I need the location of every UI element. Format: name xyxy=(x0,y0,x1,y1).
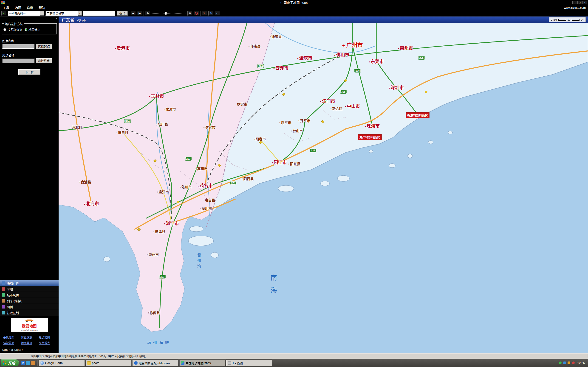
task-photo[interactable]: photo xyxy=(86,360,132,366)
sidebar-item-图例[interactable]: 图例 xyxy=(0,304,59,310)
find-button[interactable]: 查找 xyxy=(117,11,128,16)
ie-icon xyxy=(134,361,138,365)
link-手机地图[interactable]: 手机地图 xyxy=(3,335,20,339)
brand-url: www.51ditu.com xyxy=(21,329,38,332)
task-label: 电白同乡论坛 - Microso... xyxy=(139,361,172,365)
maximize-button[interactable]: □ xyxy=(578,1,582,4)
region-select[interactable]: 广东省 茂名市 xyxy=(45,11,82,16)
search-input[interactable] xyxy=(83,11,115,16)
end-name-input[interactable] xyxy=(2,58,35,63)
show-desktop-icon[interactable] xyxy=(26,361,30,365)
map-icon xyxy=(181,361,184,365)
radio-indicator xyxy=(3,28,6,31)
prev-view-button[interactable]: ◀ xyxy=(131,11,136,16)
menu-item-选项[interactable]: 选项 xyxy=(12,5,24,10)
route-icon xyxy=(2,282,5,285)
category-select[interactable]: ---所有类别--- xyxy=(8,11,44,16)
brand-logo[interactable]: 我要地图 www.51ditu.com xyxy=(11,318,48,332)
window-title: 中国电子地图 2005 xyxy=(0,0,588,5)
scale-tick xyxy=(572,19,579,21)
zoom-slider[interactable] xyxy=(152,11,186,16)
end-name-label: 终点名称： xyxy=(2,53,56,57)
status-bar: 本图中国国界线系按照中国地图出版社1989年出版的1：400万《中华人民共和国地… xyxy=(0,353,588,359)
media-player-icon[interactable] xyxy=(31,361,35,365)
map-area[interactable]: 广东省 茂名市 0 km 12 24 xyxy=(59,17,588,353)
zoom-slider-handle[interactable] xyxy=(165,12,167,15)
tray-icon-red[interactable] xyxy=(572,361,575,364)
start-name-label: 起点名称： xyxy=(2,39,56,43)
link-位置搜索[interactable]: 位置搜索 xyxy=(21,335,38,339)
site-url[interactable]: www.51ditu.com xyxy=(564,6,588,9)
sidebar-menu: 路线计算专题城市风情列车时刻表图例行政区划 xyxy=(0,280,59,316)
magnifier-button[interactable] xyxy=(194,11,199,16)
sidebar-item-label: 城市风情 xyxy=(7,293,19,297)
menu-bar: 工具选项输出帮助 www.51ditu.com xyxy=(0,5,588,10)
close-button[interactable]: × xyxy=(582,1,587,4)
category-select-value: ---所有类别--- xyxy=(8,11,40,16)
chevron-down-icon[interactable] xyxy=(40,11,44,16)
start-button[interactable]: 开始 xyxy=(1,359,19,366)
start-name-input[interactable] xyxy=(2,44,35,49)
folder-icon xyxy=(87,361,91,365)
admin-icon xyxy=(2,311,5,315)
sidebar-close-button[interactable]: × xyxy=(55,17,57,20)
title-bar: 中国电子地图 2005 – □ × xyxy=(0,0,588,5)
task-1 - 画图[interactable]: 1 - 画图 xyxy=(226,360,272,366)
flag-marker-button[interactable]: ⚑ xyxy=(208,11,213,16)
ie-icon[interactable]: e xyxy=(21,361,25,365)
menu-item-帮助[interactable]: 帮助 xyxy=(36,5,48,10)
toolbar-separator xyxy=(200,11,200,16)
sidebar-item-列车时刻表[interactable]: 列车时刻表 xyxy=(0,298,59,304)
radio-label: 按名称查询 xyxy=(7,27,22,32)
menu-item-工具[interactable]: 工具 xyxy=(0,5,12,10)
measure-pencil-button[interactable]: ✎ xyxy=(202,11,207,16)
radio-label: 地图选点 xyxy=(28,27,40,32)
sidebar-item-行政区划[interactable]: 行政区划 xyxy=(0,310,59,316)
start-label: 开始 xyxy=(8,360,15,366)
radio-按名称查询[interactable]: 按名称查询 xyxy=(3,27,22,32)
scale-bar: 0 km 12 24 xyxy=(549,17,586,22)
select-end-button[interactable]: 选择终点 xyxy=(36,58,52,63)
quick-launch: e xyxy=(20,361,36,365)
main-content: × 地名选择方法 按名称查询地图选点 起点名称： 选择起点 终点名称： 选择终点… xyxy=(0,17,588,353)
sidebar-item-专题[interactable]: 专题 xyxy=(0,286,59,292)
zoom-out-button[interactable]: ⊖ xyxy=(145,11,150,16)
taskbar-divider xyxy=(37,360,38,366)
taskbar-tasks: Google Earthphoto电白同乡论坛 - Microso...中国电子… xyxy=(39,360,554,366)
chevron-down-icon[interactable] xyxy=(78,11,82,16)
region-select-value: 广东省 茂名市 xyxy=(45,11,78,16)
windows-flag-icon xyxy=(3,361,6,365)
link-地图首页[interactable]: 地图首页 xyxy=(21,341,38,345)
menu-item-输出[interactable]: 输出 xyxy=(24,5,36,10)
signup-link[interactable]: 链接上网志愿点！ xyxy=(2,348,56,352)
task-电白同乡论坛 - Microso...[interactable]: 电白同乡论坛 - Microso... xyxy=(132,360,179,366)
desktop: 中国电子地图 2005 – □ × 工具选项输出帮助 www.51ditu.co… xyxy=(0,0,588,367)
minimize-button[interactable]: – xyxy=(572,1,577,4)
task-中国电子地图 2005[interactable]: 中国电子地图 2005 xyxy=(179,360,225,366)
collapse-sidebar-button[interactable]: « xyxy=(1,11,6,16)
task-Google Earth[interactable]: Google Earth xyxy=(39,360,85,366)
menubar-items: 工具选项输出帮助 xyxy=(0,5,48,10)
task-label: photo xyxy=(92,361,99,365)
scale-tick xyxy=(558,19,566,21)
scale-unit: km xyxy=(553,18,557,21)
tray-icon-green[interactable] xyxy=(559,361,562,364)
map-canvas[interactable] xyxy=(59,23,588,353)
select-start-button[interactable]: 选择起点 xyxy=(36,44,52,49)
polygon-tool-button[interactable]: ▱ xyxy=(215,11,220,16)
brand-name: 我要地图 xyxy=(22,323,36,328)
link-驾驶导航[interactable]: 驾驶导航 xyxy=(3,341,20,345)
tray-icon-blue[interactable] xyxy=(563,361,566,364)
zoom-in-button[interactable]: ⊕ xyxy=(187,11,192,16)
radio-地图选点[interactable]: 地图选点 xyxy=(25,27,40,32)
sidebar-item-路线计算[interactable]: 路线计算 xyxy=(0,280,59,286)
car-icon xyxy=(24,319,35,323)
link-免费报点[interactable]: 免费报点 xyxy=(39,341,55,345)
status-copyright: 本图中国国界线系按照中国地图出版社1989年出版的1：400万《中华人民共和国地… xyxy=(29,354,587,358)
tray-icon-orange[interactable] xyxy=(568,361,570,364)
next-step-button[interactable]: 下一步 xyxy=(18,69,40,75)
topic-icon xyxy=(2,287,5,291)
link-电子地图[interactable]: 电子地图 xyxy=(39,335,55,339)
sidebar-item-城市风情[interactable]: 城市风情 xyxy=(0,292,59,298)
next-view-button[interactable]: ▶ xyxy=(137,11,142,16)
